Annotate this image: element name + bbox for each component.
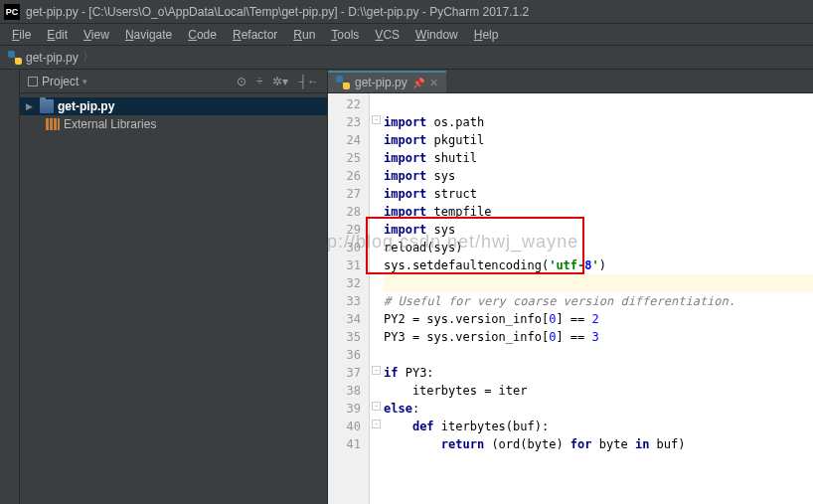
code-line[interactable]: if PY3: <box>384 364 813 382</box>
line-number: 39 <box>328 400 361 418</box>
chevron-down-icon[interactable]: ▾ <box>82 77 87 86</box>
app-icon: PC <box>4 4 20 20</box>
chevron-right-icon: 〉 <box>82 49 94 66</box>
fold-icon[interactable]: - <box>372 402 381 411</box>
line-number: 33 <box>328 292 361 310</box>
code-line[interactable]: PY2 = sys.version_info[0] == 2 <box>384 310 813 328</box>
code-line[interactable]: import os.path <box>384 113 813 131</box>
menu-refactor[interactable]: Refactor <box>225 26 285 44</box>
fold-icon[interactable]: - <box>372 366 381 375</box>
line-number: 38 <box>328 382 361 400</box>
code-line[interactable] <box>384 346 813 364</box>
library-icon <box>46 118 60 130</box>
code-line[interactable]: PY3 = sys.version_info[0] == 3 <box>384 328 813 346</box>
code-editor[interactable]: 2223242526272829303132333435363738394041… <box>328 93 813 504</box>
code-line[interactable]: import tempfile <box>384 203 813 221</box>
line-number: 40 <box>328 418 361 435</box>
tree-item-label: get-pip.py <box>58 99 114 113</box>
pin-icon[interactable]: 📌 <box>412 78 424 88</box>
menu-view[interactable]: View <box>76 26 117 44</box>
code-content[interactable]: http://blog.csdn.net/hwj_wayne import os… <box>384 93 813 504</box>
tree-item[interactable]: ▶get-pip.py <box>20 97 327 115</box>
main-area: Project ▾ ⊙ ÷ ✲▾ ┤← ▶get-pip.pyExternal … <box>0 70 813 504</box>
hide-icon[interactable]: ┤← <box>298 75 319 88</box>
line-number: 26 <box>328 167 361 185</box>
menu-run[interactable]: Run <box>285 26 323 44</box>
close-icon[interactable]: ✕ <box>429 77 438 89</box>
line-number: 37 <box>328 364 361 382</box>
tree-item-label: External Libraries <box>64 117 156 131</box>
line-number: 41 <box>328 435 361 453</box>
code-line[interactable]: import shutil <box>384 149 813 167</box>
code-line[interactable]: import struct <box>384 185 813 203</box>
code-line[interactable] <box>384 274 813 292</box>
line-number: 30 <box>328 239 361 256</box>
menu-help[interactable]: Help <box>466 26 507 44</box>
code-line[interactable]: import sys <box>384 221 813 239</box>
code-line[interactable]: return (ord(byte) for byte in buf) <box>384 435 813 453</box>
editor-area: get-pip.py 📌 ✕ 2223242526272829303132333… <box>328 70 813 504</box>
folder-icon <box>40 99 54 113</box>
sidebar-title: Project <box>42 75 79 88</box>
editor-tab-bar: get-pip.py 📌 ✕ <box>328 70 813 93</box>
menu-bar: FileEditViewNavigateCodeRefactorRunTools… <box>0 24 813 46</box>
project-tree: ▶get-pip.pyExternal Libraries <box>20 93 327 137</box>
line-number: 25 <box>328 149 361 167</box>
menu-vcs[interactable]: VCS <box>367 26 407 44</box>
menu-window[interactable]: Window <box>407 26 466 44</box>
editor-tab-label: get-pip.py <box>355 76 407 89</box>
menu-edit[interactable]: Edit <box>39 26 76 44</box>
code-line[interactable]: else: <box>384 400 813 418</box>
gear-icon[interactable]: ✲▾ <box>272 75 288 88</box>
code-line[interactable]: # Useful for very coarse version differe… <box>384 292 813 310</box>
breadcrumb-bar: get-pip.py 〉 <box>0 46 813 70</box>
line-number: 35 <box>328 328 361 346</box>
sidebar-header: Project ▾ ⊙ ÷ ✲▾ ┤← <box>20 70 327 93</box>
line-gutter: 2223242526272829303132333435363738394041 <box>328 93 370 504</box>
menu-tools[interactable]: Tools <box>323 26 367 44</box>
title-bar: PC get-pip.py - [C:\Users\O_o\AppData\Lo… <box>0 0 813 24</box>
project-tool-icon[interactable] <box>28 77 38 86</box>
editor-tab[interactable]: get-pip.py 📌 ✕ <box>328 71 446 92</box>
tree-item[interactable]: External Libraries <box>20 115 327 133</box>
menu-navigate[interactable]: Navigate <box>117 26 180 44</box>
collapse-icon[interactable]: ⊙ <box>237 75 246 88</box>
line-number: 23 <box>328 113 361 131</box>
code-line[interactable]: iterbytes = iter <box>384 382 813 400</box>
menu-code[interactable]: Code <box>180 26 225 44</box>
code-line[interactable]: sys.setdefaultencoding('utf-8') <box>384 256 813 274</box>
code-line[interactable] <box>384 95 813 113</box>
code-line[interactable]: import sys <box>384 167 813 185</box>
line-number: 36 <box>328 346 361 364</box>
code-line[interactable]: def iterbytes(buf): <box>384 418 813 435</box>
line-number: 22 <box>328 95 361 113</box>
code-line[interactable]: import pkgutil <box>384 131 813 149</box>
fold-icon[interactable]: - <box>372 115 381 124</box>
menu-file[interactable]: File <box>4 26 39 44</box>
line-number: 27 <box>328 185 361 203</box>
line-number: 32 <box>328 274 361 292</box>
project-sidebar: Project ▾ ⊙ ÷ ✲▾ ┤← ▶get-pip.pyExternal … <box>20 70 328 504</box>
python-icon <box>8 51 22 65</box>
fold-strip: ---- <box>370 93 384 504</box>
expand-icon[interactable]: ▶ <box>26 101 36 111</box>
window-title: get-pip.py - [C:\Users\O_o\AppData\Local… <box>26 5 529 19</box>
autoscroll-icon[interactable]: ÷ <box>256 75 263 88</box>
line-number: 34 <box>328 310 361 328</box>
breadcrumb-file: get-pip.py <box>26 51 79 65</box>
line-number: 31 <box>328 256 361 274</box>
python-icon <box>336 76 350 89</box>
line-number: 29 <box>328 221 361 239</box>
line-number: 24 <box>328 131 361 149</box>
fold-icon[interactable]: - <box>372 420 381 428</box>
breadcrumb[interactable]: get-pip.py 〉 <box>8 49 94 66</box>
line-number: 28 <box>328 203 361 221</box>
code-line[interactable]: reload(sys) <box>384 239 813 256</box>
left-tool-strip[interactable] <box>0 70 20 504</box>
